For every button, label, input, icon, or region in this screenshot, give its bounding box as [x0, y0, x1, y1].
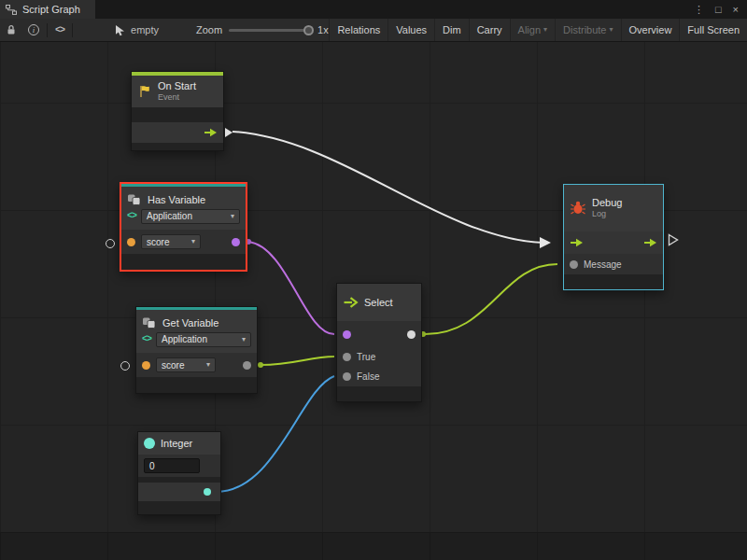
- node-select[interactable]: Select True False: [336, 283, 422, 402]
- graph-canvas[interactable]: On Start Event Has Variable <>: [0, 42, 747, 560]
- chevron-down-icon: ▾: [610, 26, 613, 34]
- value-input-port[interactable]: [120, 361, 130, 371]
- true-input-port[interactable]: [343, 353, 351, 361]
- node-subtitle: Event: [158, 92, 196, 103]
- bug-icon: [570, 201, 586, 216]
- wire-arrowhead: [540, 237, 551, 248]
- toolbar-divider: [47, 23, 48, 37]
- dim-button[interactable]: Dim: [434, 19, 469, 41]
- chevron-down-icon: ▾: [543, 26, 547, 34]
- condition-input-port[interactable]: [343, 330, 351, 339]
- wire-endpoint: [258, 362, 263, 368]
- tab-script-graph[interactable]: Script Graph: [0, 0, 95, 19]
- wire-getvariable-to-select-true[interactable]: [261, 357, 334, 365]
- full-screen-button[interactable]: Full Screen: [679, 19, 747, 41]
- selection-status-label: empty: [131, 24, 159, 35]
- node-title: On Start: [158, 80, 196, 92]
- align-dropdown[interactable]: Align▾: [510, 19, 555, 41]
- node-get-variable[interactable]: Get Variable <> Application ▾ score ▾: [135, 306, 258, 394]
- bool-output-port[interactable]: [232, 238, 240, 246]
- variables-icon: [142, 316, 158, 329]
- zoom-label: Zoom: [196, 24, 222, 35]
- node-header: On Start Event: [132, 76, 223, 107]
- node-title: Get Variable: [162, 317, 218, 329]
- value-output-port[interactable]: [243, 361, 251, 370]
- graph-icon: [6, 5, 17, 15]
- flow-output-arrow-icon[interactable]: [643, 238, 657, 247]
- flow-arrow-icon[interactable]: [204, 128, 218, 137]
- node-header: Has Variable <> Application ▾: [121, 187, 246, 230]
- relations-button[interactable]: Relations: [329, 19, 388, 41]
- menu-icon[interactable]: ⋮: [694, 4, 704, 16]
- node-on-start[interactable]: On Start Event: [131, 71, 224, 151]
- wire-hasvariable-to-select[interactable]: [248, 242, 334, 334]
- variable-name-input-port[interactable]: [127, 238, 135, 246]
- integer-output-port[interactable]: [204, 488, 211, 496]
- message-input-port[interactable]: [570, 260, 578, 269]
- node-title: Debug: [592, 197, 622, 209]
- variable-name-input-port[interactable]: [142, 361, 150, 370]
- variable-name-dropdown[interactable]: score ▾: [141, 234, 201, 249]
- port-label: Message: [584, 259, 622, 270]
- canvas-edge-shade: [0, 532, 747, 560]
- tab-title: Script Graph: [22, 4, 80, 15]
- flag-icon: [137, 84, 152, 99]
- variable-name-dropdown[interactable]: score ▾: [156, 357, 216, 372]
- flow-output-port[interactable]: [225, 128, 233, 137]
- chevron-down-icon: ▾: [191, 238, 195, 245]
- node-title: Integer: [161, 438, 192, 449]
- zoom-value: 1x: [317, 24, 329, 35]
- chevron-down-icon: ▾: [242, 336, 246, 343]
- integer-value-field[interactable]: 0: [144, 458, 200, 473]
- variable-kind-icon: <>: [127, 211, 136, 221]
- selection-status: empty: [114, 24, 159, 36]
- flow-output-port[interactable]: [668, 233, 679, 246]
- cursor-icon: [114, 24, 126, 36]
- maximize-icon[interactable]: □: [715, 4, 722, 15]
- toolbar-buttons: Relations Values Dim Carry Align▾ Distri…: [329, 19, 747, 41]
- toolbar-divider: [72, 23, 73, 37]
- variable-kind-icon: <>: [142, 334, 151, 344]
- info-icon[interactable]: i: [22, 19, 45, 41]
- lock-icon[interactable]: [0, 19, 22, 41]
- flow-input-arrow-icon[interactable]: [570, 238, 584, 247]
- close-icon[interactable]: ×: [733, 4, 739, 15]
- node-debug-log[interactable]: Debug Log Message: [563, 184, 664, 290]
- node-has-variable[interactable]: Has Variable <> Application ▾ score ▾: [120, 182, 247, 272]
- node-header: Get Variable <> Application ▾: [136, 310, 257, 353]
- variables-icon: [127, 193, 143, 206]
- distribute-dropdown[interactable]: Distribute▾: [555, 19, 620, 41]
- port-label: True: [357, 352, 375, 362]
- node-title: Has Variable: [148, 194, 205, 205]
- zoom-slider-knob[interactable]: [303, 25, 314, 35]
- node-subtitle: Log: [592, 209, 622, 219]
- variable-scope-dropdown[interactable]: Application ▾: [141, 209, 240, 224]
- wire-onstart-to-debuglog[interactable]: [233, 132, 543, 243]
- port-label: False: [357, 371, 379, 382]
- node-header: Integer: [138, 432, 220, 455]
- select-icon: [343, 297, 359, 308]
- node-title: Select: [364, 297, 393, 308]
- code-preview-icon[interactable]: <>: [49, 19, 70, 41]
- variable-scope-dropdown[interactable]: Application ▾: [156, 332, 251, 347]
- wire-select-to-debuglog-message[interactable]: [423, 264, 557, 334]
- title-bar: Script Graph ⋮ □ ×: [0, 0, 747, 19]
- values-button[interactable]: Values: [388, 19, 434, 41]
- false-input-port[interactable]: [343, 372, 351, 381]
- value-input-port[interactable]: [106, 239, 115, 248]
- window-controls: ⋮ □ ×: [694, 0, 747, 19]
- carry-button[interactable]: Carry: [469, 19, 510, 41]
- selection-output-port[interactable]: [407, 330, 416, 339]
- graph-toolbar: i <> empty Zoom 1x Relations Values Dim …: [0, 19, 747, 42]
- node-header: Select: [337, 284, 421, 321]
- integer-icon: [144, 438, 155, 449]
- script-graph-window: Script Graph ⋮ □ × i <> empty Zoom 1x Re: [0, 0, 747, 560]
- overview-button[interactable]: Overview: [621, 19, 680, 41]
- chevron-down-icon: ▾: [206, 361, 210, 369]
- chevron-down-icon: ▾: [231, 213, 234, 220]
- zoom-slider[interactable]: [229, 29, 311, 32]
- zoom-control: Zoom 1x: [196, 24, 329, 35]
- node-integer[interactable]: Integer 0: [137, 431, 221, 515]
- node-header: Debug Log: [564, 185, 663, 231]
